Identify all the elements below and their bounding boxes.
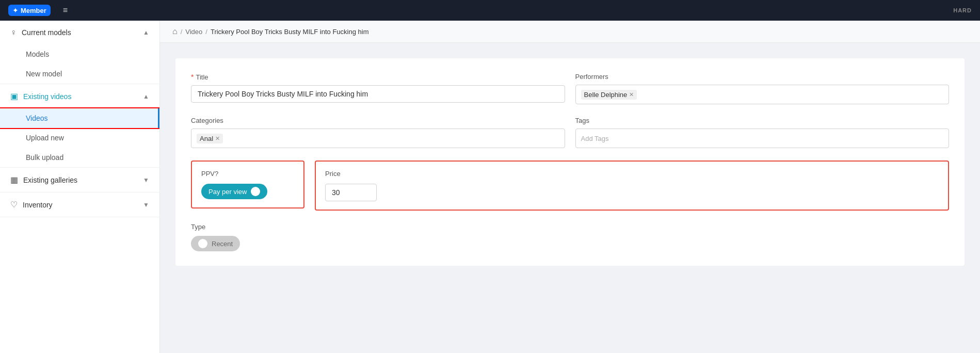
- breadcrumb: ⌂ / Video / Trickery Pool Boy Tricks Bus…: [160, 21, 980, 43]
- ppv-box: PPV? Pay per view: [191, 161, 304, 208]
- performers-input[interactable]: Belle Delphine ✕: [575, 85, 950, 104]
- toggle-circle-on: [251, 187, 260, 196]
- breadcrumb-current-page: Trickery Pool Boy Tricks Busty MILF into…: [211, 28, 369, 36]
- ppv-toggle-row: Pay per view: [201, 184, 294, 199]
- categories-label: Categories: [191, 117, 565, 124]
- type-label: Type: [191, 223, 949, 231]
- tags-group: Tags Add Tags: [575, 117, 950, 148]
- tags-placeholder: Add Tags: [581, 135, 609, 142]
- toggle-circle-off: [198, 239, 207, 248]
- sidebar-current-models-header[interactable]: ♀ Current models ▲: [0, 21, 159, 44]
- price-label: Price: [325, 170, 939, 178]
- tags-label: Tags: [575, 117, 950, 124]
- required-star: *: [191, 73, 194, 81]
- sidebar-item-models[interactable]: Models: [0, 44, 159, 64]
- ppv-label: PPV?: [201, 170, 294, 178]
- tags-input[interactable]: Add Tags: [575, 129, 950, 148]
- existing-galleries-label: Existing galleries: [23, 176, 77, 184]
- logo-star-icon: ✦: [12, 6, 19, 14]
- price-input[interactable]: [325, 184, 377, 201]
- inventory-icon: ♡: [10, 200, 18, 210]
- categories-tags-row: Categories Anal ✕ Tags Add Tags: [191, 117, 949, 148]
- gallery-icon: ▦: [10, 175, 18, 185]
- chevron-up-icon-videos: ▲: [143, 93, 149, 100]
- person-icon: ♀: [10, 28, 17, 37]
- inventory-label: Inventory: [23, 201, 53, 209]
- chevron-up-icon: ▲: [143, 29, 149, 36]
- sidebar-existing-galleries-header[interactable]: ▦ Existing galleries ▼: [0, 168, 159, 192]
- title-input[interactable]: [191, 85, 565, 103]
- logo-area: ✦ Member ≡: [8, 5, 68, 16]
- performers-group: Performers Belle Delphine ✕: [575, 73, 950, 104]
- logo-text: Member: [21, 7, 46, 14]
- chevron-down-icon-galleries: ▼: [143, 176, 149, 184]
- recent-label: Recent: [212, 240, 233, 248]
- sidebar-item-upload-new[interactable]: Upload new: [0, 128, 159, 148]
- price-box: Price: [315, 161, 949, 211]
- form-card: * Title Performers Belle Delphine ✕: [175, 58, 965, 266]
- title-performers-row: * Title Performers Belle Delphine ✕: [191, 73, 949, 104]
- sidebar-section-existing-galleries: ▦ Existing galleries ▼: [0, 168, 159, 192]
- categories-group: Categories Anal ✕: [191, 117, 565, 148]
- category-tag-anal: Anal ✕: [197, 134, 223, 143]
- breadcrumb-sep-1: /: [181, 28, 183, 36]
- sidebar-section-current-models: ♀ Current models ▲ Models New model: [0, 21, 159, 84]
- current-models-label: Current models: [22, 28, 71, 37]
- breadcrumb-sep-2: /: [205, 28, 207, 36]
- performer-tag-belle: Belle Delphine ✕: [581, 90, 637, 100]
- remove-category-icon[interactable]: ✕: [215, 135, 220, 142]
- existing-videos-label: Existing videos: [23, 92, 71, 101]
- categories-input[interactable]: Anal ✕: [191, 129, 565, 148]
- main-layout: ♀ Current models ▲ Models New model ▣ Ex…: [0, 21, 980, 353]
- remove-performer-icon[interactable]: ✕: [629, 91, 634, 98]
- recent-toggle[interactable]: Recent: [191, 236, 240, 251]
- sidebar-existing-videos-header[interactable]: ▣ Existing videos ▲: [0, 84, 159, 108]
- sidebar-item-new-model[interactable]: New model: [0, 64, 159, 84]
- logo-box: ✦ Member: [8, 5, 51, 16]
- title-label: * Title: [191, 73, 565, 81]
- sidebar-item-bulk-upload[interactable]: Bulk upload: [0, 148, 159, 167]
- title-group: * Title: [191, 73, 565, 104]
- home-icon[interactable]: ⌂: [172, 27, 178, 36]
- video-icon: ▣: [10, 91, 18, 101]
- pay-per-view-toggle[interactable]: Pay per view: [201, 184, 267, 199]
- chevron-down-icon-inventory: ▼: [143, 201, 149, 208]
- sidebar-inventory-header[interactable]: ♡ Inventory ▼: [0, 192, 159, 217]
- type-section: Type Recent: [191, 223, 949, 251]
- form-area: * Title Performers Belle Delphine ✕: [160, 43, 980, 353]
- breadcrumb-video-link[interactable]: Video: [185, 28, 202, 36]
- performers-label: Performers: [575, 73, 950, 81]
- hamburger-icon[interactable]: ≡: [63, 6, 68, 15]
- type-toggle-row: Recent: [191, 236, 949, 251]
- sidebar-section-existing-videos: ▣ Existing videos ▲ Videos Upload new Bu…: [0, 84, 159, 168]
- pay-per-view-label: Pay per view: [208, 188, 247, 196]
- sidebar-item-videos[interactable]: Videos: [0, 108, 159, 128]
- top-navigation: ✦ Member ≡ HARD: [0, 0, 980, 21]
- sidebar: ♀ Current models ▲ Models New model ▣ Ex…: [0, 21, 160, 353]
- content-area: ⌂ / Video / Trickery Pool Boy Tricks Bus…: [160, 21, 980, 353]
- ppv-price-row: PPV? Pay per view Price: [191, 161, 949, 211]
- sidebar-section-inventory: ♡ Inventory ▼: [0, 192, 159, 217]
- brand-label: HARD: [953, 7, 972, 13]
